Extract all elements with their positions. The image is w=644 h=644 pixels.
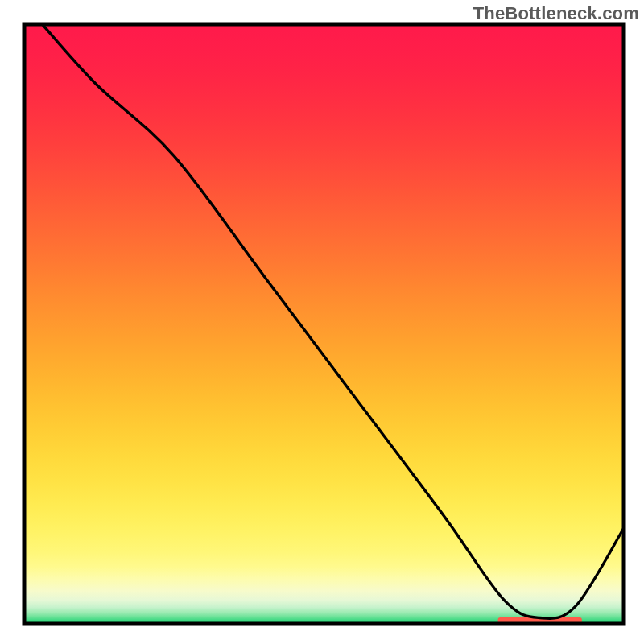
plot-background [24,24,624,624]
watermark-text: TheBottleneck.com [473,3,639,24]
bottleneck-chart [0,0,644,644]
chart-stage: TheBottleneck.com [0,0,644,644]
